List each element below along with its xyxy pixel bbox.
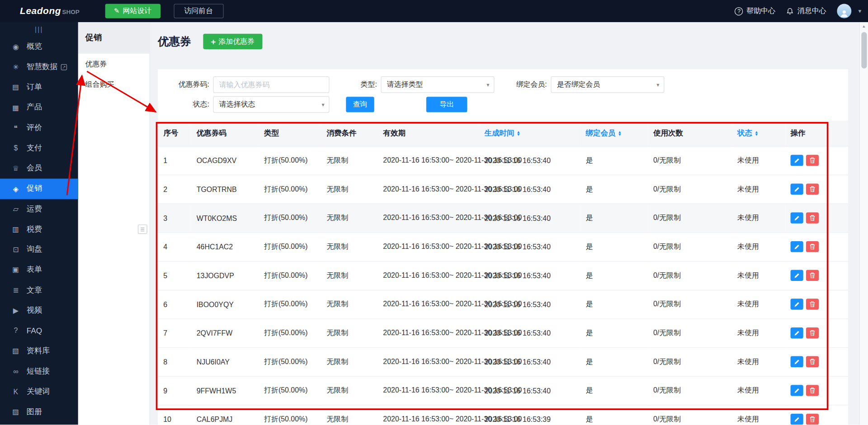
sidebar-item-members[interactable]: ♕ 会员 <box>0 158 78 178</box>
cell-bound-member: 是 <box>580 175 647 204</box>
edit-button[interactable] <box>791 299 803 309</box>
submenu-item-coupons[interactable]: 优惠券 <box>78 54 150 74</box>
type-select[interactable]: 请选择类型 ▾ <box>381 76 494 93</box>
edit-button[interactable] <box>791 212 803 223</box>
sidebar-item-short-links[interactable]: ∞ 短链接 <box>0 361 78 382</box>
add-coupon-button[interactable]: + 添加优惠券 <box>203 34 262 49</box>
cell-type: 打折(50.00%) <box>259 232 321 261</box>
cell-actions <box>785 204 848 233</box>
edit-icon <box>794 330 800 336</box>
edit-button[interactable] <box>791 327 803 338</box>
cell-code: CAL6PJMJ <box>191 405 258 425</box>
cell-code: 2QVI7FFW <box>191 318 258 347</box>
sidebar-item-overview[interactable]: ◉ 概览 <box>0 37 78 57</box>
col-header-created-sort[interactable]: 生成时间▲▼ <box>479 121 580 146</box>
cell-condition: 无限制 <box>321 175 377 204</box>
vertical-scrollbar[interactable]: ▲ <box>859 22 868 425</box>
sidebar-item-reviews[interactable]: ❝ 评价 <box>0 118 78 138</box>
sidebar-item-orders[interactable]: ▤ 订单 <box>0 77 78 98</box>
panel-collapse-toggle[interactable]: ☰ <box>138 224 147 234</box>
chevron-down-icon[interactable]: ▾ <box>859 8 862 15</box>
sidebar-collapse-button[interactable]: ||| <box>0 22 78 37</box>
cell-type: 打折(50.00%) <box>259 405 321 425</box>
submenu-item-label: 优惠券 <box>85 59 107 69</box>
message-center-label: 消息中心 <box>797 6 826 16</box>
visit-frontend-button[interactable]: 访问前台 <box>174 4 223 19</box>
export-button[interactable]: 导出 <box>426 97 467 112</box>
logo: LeadongSHOP <box>20 5 80 16</box>
delete-button[interactable] <box>806 414 819 425</box>
delete-button[interactable] <box>806 270 819 281</box>
cell-created: 2020-11-16 16:53:40 <box>479 204 580 233</box>
delete-button[interactable] <box>806 212 819 223</box>
delete-button[interactable] <box>806 241 819 252</box>
sidebar-item-library[interactable]: ▧ 资料库 <box>0 341 78 361</box>
delete-button[interactable] <box>806 299 819 309</box>
shipping-icon: ▱ <box>11 205 20 213</box>
table-row: 10 CAL6PJMJ 打折(50.00%) 无限制 2020-11-16 16… <box>158 405 848 425</box>
edit-button[interactable] <box>791 385 803 396</box>
delete-button[interactable] <box>806 356 819 367</box>
edit-button[interactable] <box>791 184 803 195</box>
cell-created: 2020-11-16 16:53:40 <box>479 290 580 319</box>
status-select[interactable]: 请选择状态 ▾ <box>213 96 329 113</box>
cell-index: 5 <box>158 261 191 290</box>
table-row: 1 OCAGD9XV 打折(50.00%) 无限制 2020-11-16 16:… <box>158 146 848 175</box>
sidebar-item-inquiries[interactable]: ⊡ 询盘 <box>0 239 78 260</box>
edit-button[interactable] <box>791 241 803 252</box>
edit-button[interactable] <box>791 270 803 281</box>
col-header-type: 类型 <box>259 121 321 146</box>
sidebar-item-smart-data[interactable]: ✳ 智慧数据 ↗ <box>0 57 78 77</box>
delete-button[interactable] <box>806 327 819 338</box>
cell-condition: 无限制 <box>321 232 377 261</box>
scrollbar-thumb[interactable] <box>861 32 867 69</box>
sidebar-item-promotions[interactable]: ◈ 促销 <box>0 178 78 199</box>
col-header-code: 优惠券码 <box>191 121 258 146</box>
sidebar-item-taxes[interactable]: ▥ 税费 <box>0 219 78 239</box>
bind-member-select[interactable]: 是否绑定会员 ▾ <box>551 76 664 93</box>
edit-button[interactable] <box>791 414 803 425</box>
sidebar-item-label: 概览 <box>27 42 42 51</box>
delete-button[interactable] <box>806 385 819 396</box>
cell-usage: 0/无限制 <box>648 376 732 405</box>
search-button[interactable]: 查询 <box>346 97 374 112</box>
sidebar-item-videos[interactable]: ▶ 视频 <box>0 300 78 321</box>
sidebar-item-albums[interactable]: ▨ 图册 <box>0 402 78 422</box>
message-center-link[interactable]: 消息中心 <box>786 6 826 16</box>
edit-icon <box>794 359 800 364</box>
albums-icon: ▨ <box>11 408 20 416</box>
cell-condition: 无限制 <box>321 204 377 233</box>
sidebar-item-keywords[interactable]: K 关键词 <box>0 382 78 402</box>
cell-code: OCAGD9XV <box>191 146 258 175</box>
cell-type: 打折(50.00%) <box>259 376 321 405</box>
keywords-icon: K <box>11 388 20 396</box>
cell-created: 2020-11-16 16:53:40 <box>479 376 580 405</box>
col-header-status-sort[interactable]: 状态▲▼ <box>732 121 785 146</box>
delete-button[interactable] <box>806 184 819 195</box>
cell-type: 打折(50.00%) <box>259 146 321 175</box>
chevron-down-icon: ▾ <box>486 82 489 88</box>
submenu-item-combo-purchase[interactable]: 组合购买 <box>78 74 150 94</box>
cell-usage: 0/无限制 <box>648 261 732 290</box>
cell-index: 1 <box>158 146 191 175</box>
coupon-code-input[interactable] <box>213 76 329 93</box>
sidebar-item-forms[interactable]: ▣ 表单 <box>0 260 78 280</box>
type-label: 类型: <box>330 79 381 89</box>
sidebar-item-faq[interactable]: ? FAQ <box>0 321 78 341</box>
delete-button[interactable] <box>806 155 819 166</box>
sidebar: ||| ◉ 概览 ✳ 智慧数据 ↗ ▤ 订单 ▦ 产品 ❝ 评价 $ 支付 ♕ … <box>0 22 78 425</box>
sidebar-item-articles[interactable]: ≣ 文章 <box>0 280 78 300</box>
sidebar-item-label: 评价 <box>27 123 42 133</box>
edit-button[interactable] <box>791 356 803 367</box>
edit-button[interactable] <box>791 155 803 166</box>
col-header-member-sort[interactable]: 绑定会员▲▼ <box>580 121 647 146</box>
col-header-status-label: 状态 <box>737 129 752 137</box>
help-center-link[interactable]: ? 帮助中心 <box>735 6 775 16</box>
sidebar-item-products[interactable]: ▦ 产品 <box>0 98 78 118</box>
scrollbar-up-arrow[interactable]: ▲ <box>860 22 868 30</box>
site-design-button[interactable]: ✎ 网站设计 <box>105 4 160 19</box>
sidebar-item-payments[interactable]: $ 支付 <box>0 138 78 158</box>
edit-icon <box>794 388 800 393</box>
sidebar-item-shipping[interactable]: ▱ 运费 <box>0 199 78 219</box>
avatar[interactable] <box>837 4 852 19</box>
